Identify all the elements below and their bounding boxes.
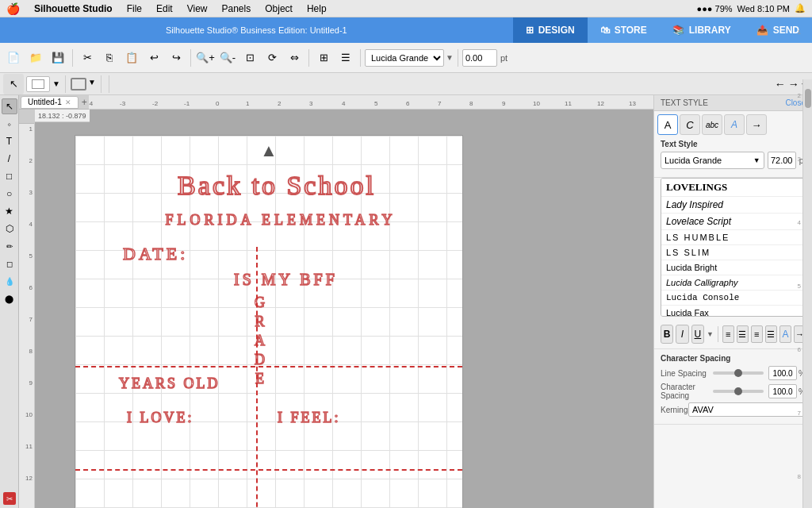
- panel-tab-style[interactable]: abc: [702, 114, 722, 135]
- panel-tab-curve[interactable]: C: [680, 114, 700, 135]
- shape-dropdown[interactable]: ▼: [88, 78, 96, 90]
- line-spacing-thumb[interactable]: [734, 369, 742, 377]
- tab-library[interactable]: 📚 LIBRARY: [660, 17, 744, 43]
- star-tool[interactable]: ★: [2, 203, 17, 219]
- apple-logo[interactable]: 🍎: [6, 2, 20, 15]
- char-spacing-slider[interactable]: [713, 390, 764, 393]
- zoom-out-button[interactable]: 🔍-: [217, 48, 238, 68]
- underline-dropdown[interactable]: ▼: [707, 330, 714, 338]
- font-item-ls-humble[interactable]: LS HUMBLE: [661, 230, 805, 245]
- align-left-button[interactable]: ≡: [722, 325, 734, 343]
- spacing-left-arrow[interactable]: ←: [775, 78, 786, 90]
- char-spacing-thumb[interactable]: [734, 387, 742, 395]
- top-navigation: Silhouette Studio® Business Edition: Unt…: [0, 17, 812, 43]
- rotate-button[interactable]: ⟳: [262, 48, 282, 68]
- redo-button[interactable]: ↪: [166, 48, 186, 68]
- menu-file[interactable]: File: [121, 2, 148, 16]
- underline-button[interactable]: U: [691, 325, 704, 344]
- text-grade[interactable]: GRADE: [250, 294, 268, 390]
- font-item-lucida-console[interactable]: Lucida Console: [661, 291, 805, 306]
- tab-store[interactable]: 🛍 STORE: [588, 17, 660, 43]
- fit-page-button[interactable]: ⊡: [239, 48, 260, 68]
- fill-color[interactable]: [26, 76, 50, 92]
- cut-action[interactable]: ✂: [3, 492, 16, 505]
- text-i-love[interactable]: I LOVE:: [127, 410, 193, 426]
- menu-object[interactable]: Object: [259, 2, 299, 16]
- font-size-input[interactable]: [462, 49, 497, 67]
- undo-button[interactable]: ↩: [144, 48, 164, 68]
- cut-button[interactable]: ✂: [77, 48, 98, 68]
- ellipse-tool[interactable]: ○: [2, 186, 17, 202]
- menu-app-name[interactable]: Silhouette Studio: [28, 2, 119, 16]
- pointer-tool[interactable]: ↖: [2, 98, 17, 114]
- tab-untitled-1[interactable]: Untitled-1 ✕: [21, 96, 79, 109]
- line-spacing-slider[interactable]: [713, 371, 764, 375]
- font-item-lucida-bright[interactable]: Lucida Bright: [661, 260, 805, 275]
- italic-button[interactable]: I: [676, 325, 688, 344]
- font-item-lucida-calligraphy[interactable]: Lucida Calligraphy: [661, 275, 805, 291]
- flip-h-button[interactable]: ⇔: [284, 48, 304, 68]
- align-right-button[interactable]: ≡: [751, 325, 763, 343]
- font-item-lucida-fax[interactable]: Lucida Fax: [661, 306, 805, 317]
- fill-dropdown[interactable]: ▼: [52, 79, 60, 88]
- rect-shape[interactable]: [71, 78, 86, 90]
- canvas-area[interactable]: -5 -4 -3 -2 -1 0 1 2 3 4 5 6 7 8 9 10 11…: [19, 95, 653, 508]
- menu-panels[interactable]: Panels: [216, 2, 258, 16]
- font-item-ls-slim[interactable]: LS SLIM: [661, 245, 805, 260]
- tab-design[interactable]: ⊞ DESIGN: [513, 17, 588, 43]
- font-item-lady-inspired[interactable]: Lady Inspired: [661, 197, 805, 214]
- new-tab-button[interactable]: +: [82, 97, 87, 108]
- copy-button[interactable]: ⎘: [99, 48, 120, 68]
- notification-icon[interactable]: 🔔: [795, 3, 806, 13]
- menu-edit[interactable]: Edit: [150, 2, 179, 16]
- tab-close-icon[interactable]: ✕: [65, 98, 71, 106]
- align-justify-button[interactable]: ☰: [765, 325, 777, 343]
- text-style-A-button[interactable]: A: [779, 325, 791, 343]
- freehand-tool[interactable]: ✏: [2, 238, 17, 254]
- menu-view[interactable]: View: [181, 2, 214, 16]
- open-button[interactable]: 📁: [25, 48, 46, 68]
- node-tool[interactable]: ⬦: [2, 116, 17, 132]
- select-tool[interactable]: ↖: [3, 74, 24, 94]
- eyedropper-tool[interactable]: 💧: [2, 273, 17, 289]
- text-back-to-school[interactable]: Back to School: [115, 171, 439, 201]
- panel-font-size-input[interactable]: [768, 152, 796, 169]
- font-item-lovelace-script[interactable]: Lovelace Script: [661, 214, 805, 230]
- text-years-old[interactable]: YEARS OLD: [119, 375, 220, 392]
- tab-send[interactable]: 📤 SEND: [744, 17, 812, 43]
- line-spacing-row: Line Spacing 100.0 %: [661, 366, 806, 380]
- rect-tool[interactable]: □: [2, 168, 17, 184]
- text-tool[interactable]: T: [2, 133, 17, 149]
- font-family-select[interactable]: Lucida Grande: [365, 49, 444, 67]
- style-tab-label: abc: [706, 121, 718, 129]
- main-layout: ↖ ⬦ T / □ ○ ★ ⬡ ✏ ◻ 💧 ⬤ ✂ -5 -4 -3 -2 -1…: [0, 95, 812, 508]
- kerning-input[interactable]: [688, 402, 806, 417]
- scroll-up-arrow[interactable]: ▲: [260, 140, 278, 161]
- paste-button[interactable]: 📋: [121, 48, 142, 68]
- new-button[interactable]: 📄: [3, 48, 24, 68]
- design-canvas[interactable]: ▲ Back to School FLORIDA ELEMENTARY DATE…: [75, 135, 463, 508]
- font-family-dropdown[interactable]: Lucida Grande ▼: [661, 152, 764, 169]
- panel-tab-extra[interactable]: A: [724, 114, 745, 135]
- grid-button[interactable]: ⊞: [313, 48, 334, 68]
- line-tool[interactable]: /: [2, 151, 17, 167]
- bold-button[interactable]: B: [661, 325, 673, 344]
- panel-tab-text[interactable]: A: [657, 114, 678, 135]
- menu-help[interactable]: Help: [301, 2, 333, 16]
- zoom-in-button[interactable]: 🔍+: [195, 48, 216, 68]
- font-item-lovelings[interactable]: LOVELINGS: [661, 179, 805, 197]
- polygon-tool[interactable]: ⬡: [2, 221, 17, 237]
- align-button[interactable]: ☰: [335, 48, 356, 68]
- eraser-tool[interactable]: ◻: [2, 256, 17, 271]
- panel-scroll-thumb[interactable]: [805, 89, 811, 108]
- align-center-button[interactable]: ☰: [737, 325, 749, 343]
- panel-tab-arrow[interactable]: →: [746, 114, 767, 135]
- paint-bucket-tool[interactable]: ⬤: [2, 291, 17, 306]
- spacing-right-arrow[interactable]: →: [788, 78, 799, 90]
- text-i-feel[interactable]: I FEEL:: [278, 410, 341, 426]
- text-is-my-bff[interactable]: IS MY BFF: [234, 271, 338, 289]
- panel-scrollbar[interactable]: [802, 79, 812, 508]
- text-date[interactable]: DATE:: [123, 244, 188, 264]
- text-florida-elementary[interactable]: FLORIDA ELEMENTARY: [123, 212, 439, 229]
- save-button[interactable]: 💾: [48, 48, 68, 68]
